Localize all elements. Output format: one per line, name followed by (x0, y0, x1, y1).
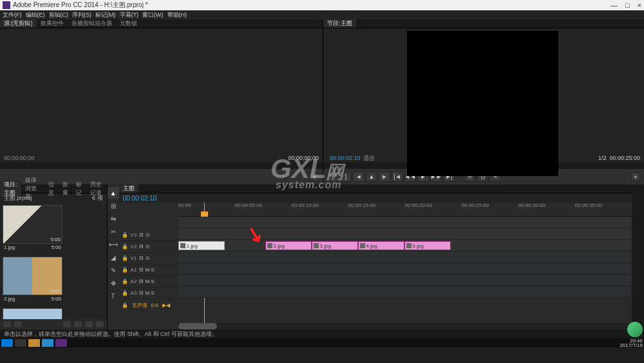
menu-marker[interactable]: 标记(M) (95, 11, 116, 19)
timeline-sequence-tab[interactable]: 主图 (119, 184, 138, 193)
system-clock[interactable]: 20:462017/7/18 (620, 338, 643, 348)
timeline-track[interactable] (178, 217, 632, 228)
timeline-track[interactable] (178, 228, 632, 240)
source-timecode-left[interactable]: 00;00;00;00 (4, 155, 35, 161)
program-timecode-left[interactable]: 00:00:02:10 (330, 155, 361, 161)
source-timecode-right: 00;00;00;00 (288, 155, 319, 161)
clip-fx-icon (180, 243, 185, 248)
track-header[interactable]: 🔒V2⊟ ⊙ (119, 241, 178, 253)
taskbar-search[interactable] (15, 339, 26, 347)
timeline-zoom-handle[interactable] (178, 323, 217, 329)
tool-slip[interactable]: ⟷ (108, 239, 119, 250)
transport-prev-marker[interactable]: ◄ (353, 172, 365, 182)
timeline-track[interactable] (178, 251, 632, 263)
timeline-tracks-area[interactable]: 00:0000:00:05:0000:00:10:0000:00:15:0000… (178, 202, 632, 329)
track-header[interactable]: 🔒A2⊟ M S (119, 276, 178, 288)
track-header[interactable]: 🔒A3⊟ M S (119, 288, 178, 299)
taskbar-explorer[interactable] (28, 339, 40, 347)
source-monitor-viewport[interactable] (0, 28, 323, 153)
menu-clip[interactable]: 剪辑(C) (49, 11, 69, 19)
list-view-button[interactable] (3, 320, 12, 328)
tab-source[interactable]: 源:(无剪辑) (0, 19, 37, 28)
project-footer (0, 319, 107, 329)
timeline-track[interactable] (178, 286, 632, 298)
windows-taskbar: 20:462017/7/18 (0, 338, 644, 348)
fit-dropdown[interactable]: 适合 (363, 154, 375, 162)
timeline-track[interactable]: 1.jpg2.jpg3.jpg4.jpg5.jpg (178, 240, 632, 251)
menu-edit[interactable]: 编辑(E) (26, 11, 45, 19)
start-button[interactable] (1, 339, 13, 347)
window-minimize-button[interactable]: — (611, 1, 618, 9)
timeline-timecode[interactable]: 00:00:02:10 (123, 195, 157, 202)
transport-mark-out[interactable]: } (340, 172, 352, 182)
timeline-clip[interactable]: 3.jpg (312, 241, 358, 250)
transport-next-marker[interactable]: ► (379, 172, 390, 182)
program-fraction[interactable]: 1/2 (598, 155, 607, 161)
taskbar-browser[interactable] (42, 339, 53, 347)
transport-mark-in[interactable]: { (327, 172, 339, 182)
source-ruler[interactable] (0, 162, 323, 169)
tool-razor[interactable]: ✂ (108, 226, 119, 237)
tool-selection[interactable]: ▲ (108, 187, 119, 199)
tool-hand[interactable]: ✥ (108, 277, 119, 289)
bin-item[interactable]: 5:001.jpg5:00 (3, 205, 62, 254)
timeline-clip[interactable]: 5.jpg (404, 241, 451, 250)
program-monitor-viewport[interactable] (323, 28, 644, 153)
track-header[interactable]: 🔒V1⊟ ⊙ (119, 253, 178, 264)
source-add-button[interactable]: + (310, 172, 319, 181)
program-monitor-panel: 节目:主图 00:00:02:10 适合 1/2 00:00:25:00 { }… (323, 19, 644, 184)
delete-button[interactable] (95, 320, 104, 328)
master-track-header[interactable]: 🔒主声道0.0▶◀ (119, 299, 178, 311)
timeline-panel: 主图 00:00:02:10 🔒V3⊟ ⊙🔒V2⊟ ⊙🔒V1⊟ ⊙🔒A1⊟ M … (119, 184, 632, 329)
tool-pen[interactable]: ✎ (108, 264, 119, 276)
track-header[interactable]: 🔒V3⊟ ⊙ (119, 230, 178, 241)
tab-metadata[interactable]: 元数据 (116, 19, 141, 28)
timeline-clip[interactable]: 2.jpg (265, 241, 312, 250)
transport-prev-frame[interactable]: |◄ (392, 172, 403, 182)
timeline-track[interactable] (178, 263, 632, 275)
timeline-ruler[interactable]: 00:0000:00:05:0000:00:10:0000:00:15:0000… (178, 202, 632, 217)
timeline-clip[interactable]: 1.jpg (178, 241, 225, 250)
program-timecode-right: 00:00:25:00 (609, 155, 640, 161)
new-item-button[interactable] (84, 320, 93, 328)
app-icon (3, 1, 10, 9)
tool-ripple[interactable]: ⇆ (108, 213, 119, 224)
ruler-tick: 00:00:20:00 (405, 202, 462, 208)
tool-track-select[interactable]: ⊞ (108, 200, 119, 211)
taskbar-premiere[interactable] (55, 339, 67, 347)
tab-program[interactable]: 节目:主图 (323, 19, 356, 28)
menu-file[interactable]: 文件(F) (3, 11, 22, 19)
window-maximize-button[interactable]: □ (625, 1, 630, 9)
new-bin-button[interactable] (73, 320, 82, 328)
bin-thumbnail: 5:00 (3, 205, 62, 244)
menu-help[interactable]: 帮助(H) (167, 11, 187, 19)
timeline-scrollbar[interactable] (178, 323, 632, 329)
ruler-tick: 00:00:05:00 (235, 202, 292, 208)
menu-window[interactable]: 窗口(W) (142, 11, 164, 19)
track-header[interactable]: 🔒A1⊟ M S (119, 264, 178, 276)
status-bar: 单击以选择，或单击空白处并拖动以框选。使用 Shift、Alt 和 Ctrl 可… (0, 329, 644, 338)
tool-rate-stretch[interactable]: ◢ (108, 251, 119, 263)
clip-fx-icon (360, 243, 365, 248)
project-name: 主图.prproj (4, 194, 32, 202)
window-close-button[interactable]: × (638, 1, 641, 9)
status-hint: 单击以选择，或单击空白处并拖动以框选。使用 Shift、Alt 和 Ctrl 可… (4, 330, 218, 338)
timeline-track[interactable] (178, 275, 632, 286)
tool-type[interactable]: T (108, 290, 119, 302)
tab-audio-mixer[interactable]: 音频剪辑混合器 (68, 19, 116, 28)
icon-view-button[interactable] (14, 320, 23, 328)
menu-sequence[interactable]: 序列(S) (72, 11, 91, 19)
bin-item[interactable]: 5:003.jpg5:00 (3, 308, 62, 319)
menu-title[interactable]: 字幕(T) (120, 11, 139, 19)
timeline-clip[interactable]: 4.jpg (358, 241, 404, 250)
transport-add-marker[interactable]: ▲ (366, 172, 377, 182)
project-bin-grid[interactable]: 5:001.jpg5:005:002.jpg5:005:003.jpg5:005… (0, 202, 107, 319)
program-add-button[interactable]: + (631, 172, 640, 181)
tab-effect-controls[interactable]: 效果控件 (37, 19, 68, 28)
floating-assist-button[interactable] (627, 322, 643, 337)
clip-fx-icon (267, 243, 272, 248)
bin-thumbnail: 5:00 (3, 257, 62, 295)
bin-item[interactable]: 5:002.jpg5:00 (3, 257, 62, 306)
bin-thumbnail: 5:00 (3, 308, 62, 319)
find-button[interactable] (62, 320, 71, 328)
